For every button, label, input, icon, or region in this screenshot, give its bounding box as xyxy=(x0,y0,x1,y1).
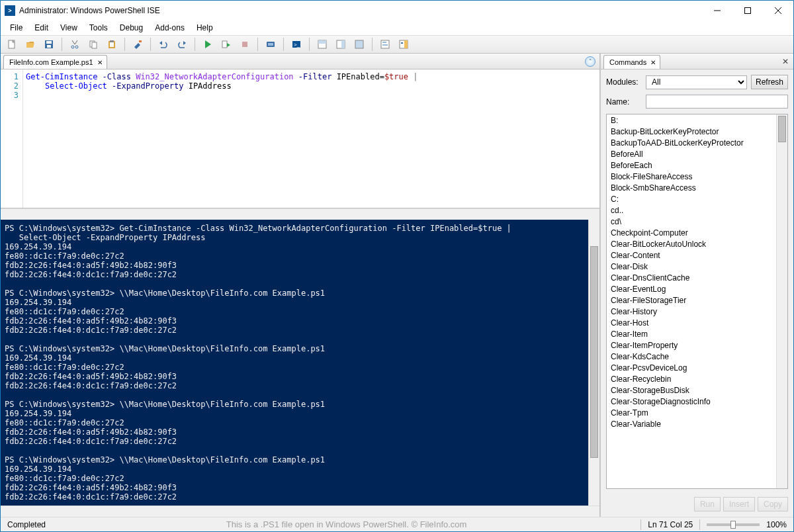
menu-file[interactable]: File xyxy=(5,22,28,34)
snippets-button[interactable] xyxy=(376,36,394,52)
console-horizontal-scrollbar[interactable] xyxy=(1,506,599,517)
commands-tab[interactable]: Commands ✕ xyxy=(603,55,660,69)
editor-horizontal-scrollbar[interactable] xyxy=(1,208,599,220)
insert-command-button[interactable]: Insert xyxy=(723,497,755,511)
command-list-item[interactable]: Clear-DnsClientCache xyxy=(607,272,776,283)
svg-rect-37 xyxy=(401,42,403,44)
command-list-item[interactable]: Clear-PcsvDeviceLog xyxy=(607,362,776,373)
editor-tab[interactable]: FileInfo.com Example.ps1 ✕ xyxy=(3,55,107,69)
redo-button[interactable] xyxy=(173,36,191,52)
open-button[interactable] xyxy=(22,36,39,52)
layout-script-full-button[interactable] xyxy=(351,36,368,52)
save-button[interactable] xyxy=(40,36,58,52)
console-vertical-scrollbar[interactable] xyxy=(588,220,599,506)
command-list-item[interactable]: BeforeEach xyxy=(607,159,776,171)
clear-button[interactable] xyxy=(129,36,146,52)
svg-rect-30 xyxy=(341,40,345,48)
command-list-item[interactable]: BackupToAAD-BitLockerKeyProtector xyxy=(607,137,776,148)
run-selection-button[interactable] xyxy=(218,36,235,52)
powershell-tab-button[interactable]: >_ xyxy=(288,36,305,52)
modules-select[interactable]: All xyxy=(646,75,747,89)
copy-command-button[interactable]: Copy xyxy=(758,497,788,511)
watermark-text: This is a .PS1 file open in Windows Powe… xyxy=(52,519,640,529)
status-text: Completed xyxy=(1,520,52,529)
command-list-item[interactable]: C: xyxy=(607,193,776,204)
name-input[interactable] xyxy=(646,95,788,109)
undo-button[interactable] xyxy=(155,36,172,52)
command-list[interactable]: B:Backup-BitLockerKeyProtectorBackupToAA… xyxy=(607,114,776,488)
command-list-item[interactable]: Clear-History xyxy=(607,306,776,317)
menu-edit[interactable]: Edit xyxy=(29,22,54,34)
run-command-button[interactable]: Run xyxy=(694,497,721,511)
command-list-item[interactable]: Clear-EventLog xyxy=(607,283,776,294)
menu-debug[interactable]: Debug xyxy=(114,22,148,34)
copy-button[interactable] xyxy=(85,36,102,52)
layout-script-right-button[interactable] xyxy=(332,36,349,52)
stop-button[interactable] xyxy=(236,36,253,52)
new-button[interactable] xyxy=(3,36,21,52)
svg-marker-21 xyxy=(227,43,230,47)
command-list-item[interactable]: Clear-Recyclebin xyxy=(607,373,776,384)
menu-help[interactable]: Help xyxy=(191,22,218,34)
editor-tab-label: FileInfo.com Example.ps1 xyxy=(9,58,93,66)
command-list-item[interactable]: Clear-ItemProperty xyxy=(607,339,776,351)
command-list-item[interactable]: Clear-Item xyxy=(607,328,776,339)
menu-tools[interactable]: Tools xyxy=(84,22,113,34)
paste-button[interactable] xyxy=(103,36,120,52)
command-list-item[interactable]: Clear-StorageBusDisk xyxy=(607,384,776,396)
command-list-item[interactable]: Clear-Disk xyxy=(607,261,776,272)
command-list-item[interactable]: cd\ xyxy=(607,216,776,227)
command-list-item[interactable]: Clear-Tpm xyxy=(607,407,776,418)
line-gutter: 1 2 3 xyxy=(1,69,23,208)
command-list-item[interactable]: Clear-BitLockerAutoUnlock xyxy=(607,238,776,249)
svg-rect-20 xyxy=(222,41,227,48)
command-list-item[interactable]: Clear-StorageDiagnosticInfo xyxy=(607,396,776,407)
close-tab-icon[interactable]: ✕ xyxy=(96,58,104,66)
layout-script-top-button[interactable] xyxy=(314,36,331,52)
svg-rect-33 xyxy=(382,42,386,43)
svg-rect-8 xyxy=(47,45,51,48)
menu-addons[interactable]: Add-ons xyxy=(150,22,190,34)
command-list-item[interactable]: Checkpoint-Computer xyxy=(607,227,776,238)
close-tab-icon[interactable]: ✕ xyxy=(649,58,657,66)
command-list-item[interactable]: Backup-BitLockerKeyProtector xyxy=(607,126,776,137)
script-editor[interactable]: 1 2 3 Get-CimInstance -Class Win32_Netwo… xyxy=(1,69,599,208)
command-list-item[interactable]: Clear-KdsCache xyxy=(607,351,776,362)
command-list-item[interactable]: Clear-Variable xyxy=(607,418,776,429)
command-list-item[interactable]: Clear-FileStorageTier xyxy=(607,294,776,306)
command-list-scrollbar[interactable] xyxy=(776,114,787,488)
svg-text:>_: >_ xyxy=(294,42,300,48)
cut-button[interactable] xyxy=(66,36,83,52)
command-list-item[interactable]: Clear-Content xyxy=(607,249,776,261)
refresh-button[interactable]: Refresh xyxy=(751,75,788,89)
command-addon-button[interactable] xyxy=(395,36,412,52)
code-area[interactable]: Get-CimInstance -Class Win32_NetworkAdap… xyxy=(23,69,599,208)
svg-rect-31 xyxy=(355,40,363,48)
collapse-editor-icon[interactable]: ˄ xyxy=(585,56,596,67)
minimize-button[interactable] xyxy=(702,1,732,21)
menubar: File Edit View Tools Debug Add-ons Help xyxy=(1,21,793,35)
console-pane[interactable]: PS C:\Windows\system32> Get-CimInstance … xyxy=(1,220,588,506)
command-list-item[interactable]: Block-SmbShareAccess xyxy=(607,182,776,193)
close-pane-icon[interactable]: ✕ xyxy=(780,56,791,67)
titlebar: > Administrator: Windows PowerShell ISE xyxy=(1,1,793,21)
close-button[interactable] xyxy=(763,1,793,21)
toolbar-separator xyxy=(309,38,310,51)
commands-tab-label: Commands xyxy=(609,58,646,66)
window-title: Administrator: Windows PowerShell ISE xyxy=(19,6,702,15)
svg-rect-24 xyxy=(268,43,273,46)
command-list-item[interactable]: cd.. xyxy=(607,204,776,216)
svg-rect-1 xyxy=(745,8,751,14)
zoom-slider[interactable] xyxy=(707,523,760,526)
run-button[interactable] xyxy=(199,36,216,52)
command-list-item[interactable]: Clear-Host xyxy=(607,317,776,328)
command-list-item[interactable]: Block-FileShareAccess xyxy=(607,171,776,182)
maximize-button[interactable] xyxy=(732,1,763,21)
command-list-item[interactable]: B: xyxy=(607,114,776,126)
svg-rect-34 xyxy=(382,44,388,46)
remote-button[interactable] xyxy=(262,36,279,52)
toolbar-separator xyxy=(283,38,284,51)
menu-view[interactable]: View xyxy=(55,22,83,34)
command-list-item[interactable]: BeforeAll xyxy=(607,148,776,159)
svg-marker-18 xyxy=(183,41,186,45)
